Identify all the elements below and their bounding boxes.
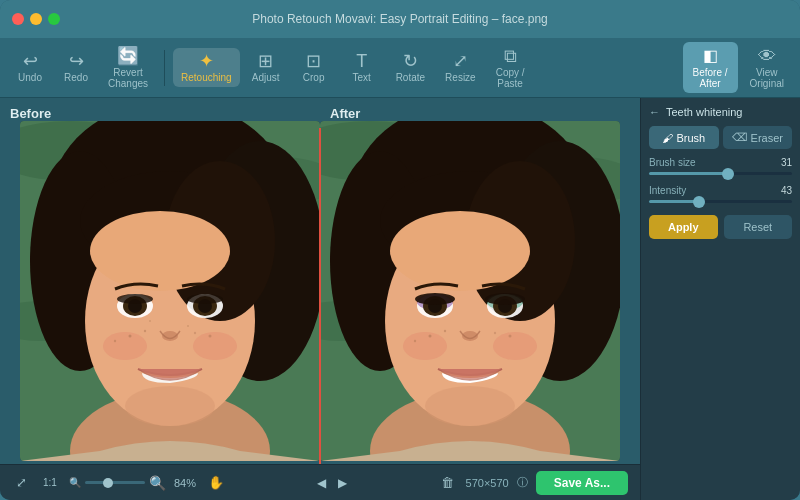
zoom-in-icon: 🔍	[149, 475, 166, 491]
intensity-label: Intensity	[649, 185, 686, 196]
eraser-button[interactable]: ⌫ Eraser	[723, 126, 793, 149]
brush-button[interactable]: 🖌 Brush	[649, 126, 719, 149]
zoom-controls: 🔍 🔍	[69, 475, 166, 491]
prev-arrow[interactable]: ◀	[313, 474, 330, 492]
svg-point-23	[129, 335, 132, 338]
hand-tool-button[interactable]: ✋	[204, 473, 228, 492]
undo-label: Undo	[18, 72, 42, 83]
revert-button[interactable]: 🔄 RevertChanges	[100, 43, 156, 93]
copy-paste-label: Copy /Paste	[496, 67, 525, 89]
main-content: Before After	[0, 98, 800, 500]
svg-point-26	[209, 335, 212, 338]
rotate-label: Rotate	[396, 72, 425, 83]
toolbar: ↩ Undo ↪ Redo 🔄 RevertChanges ✦ Retouchi…	[0, 38, 800, 98]
adjust-button[interactable]: ⊞ Adjust	[244, 48, 288, 87]
copy-paste-button[interactable]: ⧉ Copy /Paste	[488, 43, 533, 93]
after-photo	[320, 121, 620, 461]
delete-button[interactable]: 🗑	[437, 473, 458, 492]
zoom-thumb	[103, 478, 113, 488]
titlebar: Photo Retouch Movavi: Easy Portrait Edit…	[0, 0, 800, 38]
sliders-section: Brush size 31 Intensity 43	[649, 157, 792, 203]
before-after-icon: ◧	[703, 46, 718, 65]
canvas-area: Before After	[0, 98, 640, 500]
brush-size-label-row: Brush size 31	[649, 157, 792, 168]
crop-button[interactable]: ⊡ Crop	[292, 48, 336, 87]
adjust-label: Adjust	[252, 72, 280, 83]
minimize-button[interactable]	[30, 13, 42, 25]
save-as-button[interactable]: Save As...	[536, 471, 628, 495]
svg-point-59	[509, 335, 512, 338]
undo-button[interactable]: ↩ Undo	[8, 48, 52, 87]
svg-point-27	[194, 332, 196, 334]
intensity-value: 43	[781, 185, 792, 196]
svg-point-25	[114, 340, 116, 342]
dimensions-display: 570×570 ⓘ	[466, 475, 528, 490]
svg-point-30	[125, 386, 215, 426]
zoom-1-1-button[interactable]: 1:1	[39, 475, 61, 490]
before-portrait-svg	[20, 121, 320, 461]
brush-icon: 🖌	[662, 132, 673, 144]
panel-back-row[interactable]: ← Teeth whitening	[649, 106, 792, 118]
eraser-icon: ⌫	[732, 131, 748, 144]
svg-point-18	[117, 294, 153, 304]
apply-button[interactable]: Apply	[649, 215, 718, 239]
svg-point-11	[90, 211, 230, 291]
view-original-label: ViewOriginal	[750, 67, 784, 89]
resize-button[interactable]: ⤢ Resize	[437, 48, 484, 87]
retouching-icon: ✦	[199, 52, 214, 70]
text-button[interactable]: T Text	[340, 48, 384, 87]
reset-button[interactable]: Reset	[724, 215, 793, 239]
next-arrow[interactable]: ▶	[334, 474, 351, 492]
resize-label: Resize	[445, 72, 476, 83]
window-title: Photo Retouch Movavi: Easy Portrait Edit…	[252, 12, 548, 26]
redo-button[interactable]: ↪ Redo	[54, 48, 98, 87]
intensity-knob	[693, 196, 705, 208]
resize-icon: ⤢	[453, 52, 468, 70]
divider-1	[164, 50, 165, 86]
panel-title: Teeth whitening	[666, 106, 792, 118]
brush-size-value: 31	[781, 157, 792, 168]
image-dimensions: 570×570	[466, 477, 509, 489]
revert-label: RevertChanges	[108, 67, 148, 89]
fit-to-screen-button[interactable]: ⤢	[12, 473, 31, 492]
svg-point-24	[144, 330, 146, 332]
brush-size-row: Brush size 31	[649, 157, 792, 175]
rotate-button[interactable]: ↻ Rotate	[388, 48, 433, 87]
svg-point-29	[187, 325, 189, 327]
rotate-icon: ↻	[403, 52, 418, 70]
before-after-label: Before /After	[693, 67, 728, 89]
crop-label: Crop	[303, 72, 325, 83]
svg-point-54	[403, 332, 447, 360]
retouching-button[interactable]: ✦ Retouching	[173, 48, 240, 87]
adjust-icon: ⊞	[258, 52, 273, 70]
retouching-label: Retouching	[181, 72, 232, 83]
view-original-button[interactable]: 👁 ViewOriginal	[742, 43, 792, 93]
maximize-button[interactable]	[48, 13, 60, 25]
svg-point-57	[444, 330, 446, 332]
svg-point-42	[390, 211, 530, 291]
svg-point-28	[149, 320, 151, 322]
traffic-lights	[12, 13, 60, 25]
intensity-track[interactable]	[649, 200, 792, 203]
svg-point-51	[415, 293, 455, 305]
brush-size-knob	[722, 168, 734, 180]
bottom-bar: ⤢ 1:1 🔍 🔍 84% ✋ ◀ ▶ 🗑	[0, 464, 640, 500]
split-divider	[319, 128, 321, 464]
back-arrow-icon: ←	[649, 106, 660, 118]
close-button[interactable]	[12, 13, 24, 25]
zoom-percent: 84%	[174, 477, 196, 489]
images-container	[0, 98, 640, 464]
before-after-button[interactable]: ◧ Before /After	[683, 42, 738, 93]
zoom-slider[interactable]	[85, 481, 145, 484]
svg-point-19	[187, 294, 223, 304]
brush-size-fill	[649, 172, 728, 175]
history-group: ↩ Undo ↪ Redo 🔄 RevertChanges	[8, 43, 156, 93]
after-portrait-svg	[320, 121, 620, 461]
before-photo	[20, 121, 320, 461]
intensity-label-row: Intensity 43	[649, 185, 792, 196]
svg-point-61	[425, 386, 515, 426]
brush-size-label: Brush size	[649, 157, 696, 168]
brush-eraser-row: 🖌 Brush ⌫ Eraser	[649, 126, 792, 149]
intensity-row: Intensity 43	[649, 185, 792, 203]
brush-size-track[interactable]	[649, 172, 792, 175]
